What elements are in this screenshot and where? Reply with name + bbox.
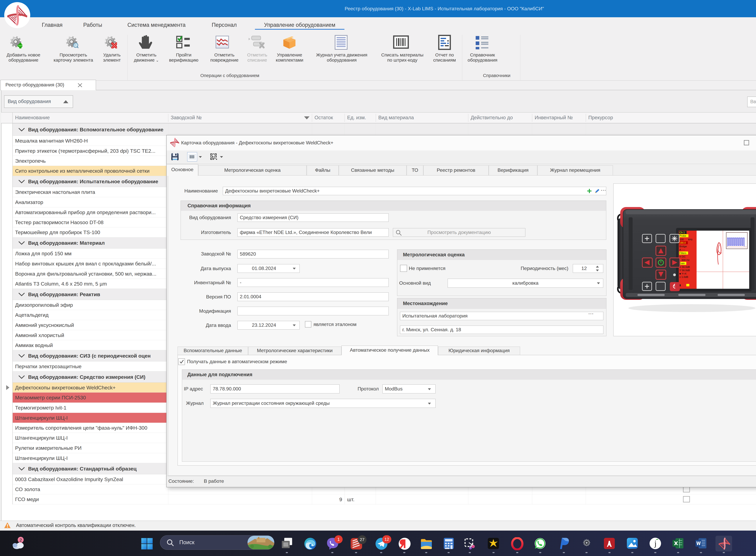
- svg-text:100: 100: [679, 238, 684, 241]
- svg-text:Bridge: Bridge: [679, 245, 687, 248]
- svg-text:A ----: A ----: [679, 248, 685, 251]
- svg-text:■ Y=X: ■ Y=X: [679, 272, 686, 275]
- svg-text:H DC: H DC: [679, 255, 686, 258]
- svg-text:2: 2: [20, 537, 22, 543]
- svg-text:± 1.0dB: ± 1.0dB: [679, 276, 688, 278]
- svg-text:kHz: kHz: [688, 238, 692, 241]
- svg-text:L 300 Hz: L 300 Hz: [679, 258, 689, 262]
- svg-text:X 56.0dB: X 56.0dB: [679, 266, 690, 269]
- svg-text:190.0: 190.0: [679, 241, 686, 244]
- svg-text:j: j: [654, 539, 656, 548]
- svg-text:Y 56.0dB: Y 56.0dB: [679, 269, 690, 272]
- svg-text:Ch 1: Ch 1: [679, 231, 685, 234]
- svg-text:Probe: Probe: [679, 235, 686, 237]
- svg-text:Filters: Filters: [679, 252, 686, 254]
